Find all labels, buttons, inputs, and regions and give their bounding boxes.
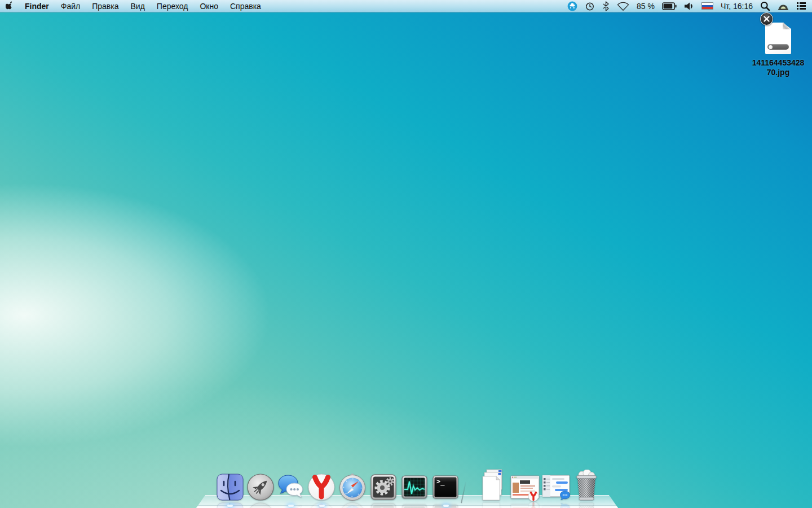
desktop-wallpaper: Finder Файл Правка Вид Переход Окно Спра… xyxy=(0,0,812,508)
menu-file[interactable]: Файл xyxy=(60,2,81,11)
dock-item-launchpad[interactable] xyxy=(246,473,275,501)
notification-list-icon[interactable] xyxy=(796,0,806,12)
dock-item-minimized-messages-window[interactable] xyxy=(541,474,572,501)
menu-bar: Finder Файл Правка Вид Переход Окно Спра… xyxy=(0,0,812,12)
file-document-icon[interactable] xyxy=(765,23,791,54)
menu-go[interactable]: Переход xyxy=(156,2,189,11)
messages-window-thumbnail xyxy=(541,474,572,501)
cancel-download-icon[interactable] xyxy=(760,12,773,25)
dock-item-finder[interactable] xyxy=(216,473,244,501)
messages-icon xyxy=(277,473,305,501)
dock-item-activity-monitor[interactable] xyxy=(400,473,429,501)
svg-text:>_: >_ xyxy=(436,478,445,486)
dock-item-trash[interactable] xyxy=(572,470,601,501)
desktop-file-download[interactable]: 141164453428 70.jpg xyxy=(744,23,812,77)
activity-monitor-icon xyxy=(400,473,429,501)
volume-icon[interactable] xyxy=(684,0,694,12)
page-fold xyxy=(783,23,791,29)
terminal-icon: >_ xyxy=(431,473,460,501)
dock-item-terminal[interactable]: >_ xyxy=(431,473,460,501)
system-preferences-icon xyxy=(369,473,398,501)
bluetooth-icon[interactable] xyxy=(602,0,610,12)
battery-icon[interactable] xyxy=(662,0,677,12)
dock: >_ xyxy=(196,473,618,508)
safari-icon xyxy=(338,473,367,501)
menu-window[interactable]: Окно xyxy=(198,2,219,11)
flag-ru-icon[interactable] xyxy=(701,2,713,10)
active-app-menu[interactable]: Finder xyxy=(24,2,50,11)
menu-view[interactable]: Вид xyxy=(130,2,146,11)
yandex-window-thumbnail xyxy=(510,474,541,501)
launchpad-icon xyxy=(246,473,275,501)
running-indicator-yandex xyxy=(319,505,325,507)
time-machine-icon[interactable] xyxy=(585,0,595,12)
yandex-disk-icon[interactable] xyxy=(567,0,577,12)
finder-icon xyxy=(216,473,244,501)
running-indicator-messages xyxy=(288,505,294,507)
apple-menu[interactable] xyxy=(6,0,14,12)
file-name-label: 141164453428 70.jpg xyxy=(744,58,812,77)
wifi-icon[interactable] xyxy=(617,0,629,12)
yandex-browser-icon xyxy=(307,473,336,501)
dock-item-yandex-browser[interactable] xyxy=(307,473,336,501)
apple-logo-icon xyxy=(6,1,14,11)
documents-stack-icon xyxy=(478,469,508,501)
dock-item-system-preferences[interactable] xyxy=(369,473,398,501)
menu-bar-clock[interactable]: Чт, 16:16 xyxy=(721,2,753,11)
dock-item-messages[interactable] xyxy=(277,473,305,501)
dock-item-documents-stack[interactable] xyxy=(478,469,508,501)
dock-item-minimized-yandex-window[interactable] xyxy=(510,474,541,501)
dock-item-safari[interactable] xyxy=(338,473,367,501)
menu-bar-status: 85 % Чт, 16:16 xyxy=(567,0,806,12)
menu-help[interactable]: Справка xyxy=(229,2,262,11)
trash-full-icon xyxy=(572,470,601,501)
menu-bar-left: Finder Файл Правка Вид Переход Окно Спра… xyxy=(6,0,262,12)
spotlight-icon[interactable] xyxy=(760,0,770,12)
running-indicator-terminal xyxy=(443,505,449,507)
hat-app-icon[interactable] xyxy=(778,0,789,12)
menu-edit[interactable]: Правка xyxy=(91,2,120,11)
running-indicator-finder xyxy=(227,505,233,507)
battery-percent: 85 % xyxy=(637,2,655,11)
download-progress-bar xyxy=(767,44,789,50)
